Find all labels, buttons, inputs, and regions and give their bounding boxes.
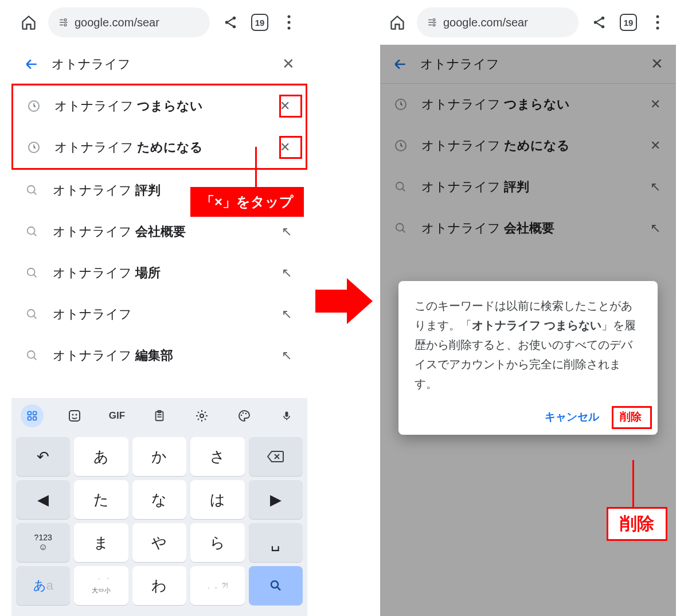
keyboard-gif-icon[interactable]: GIF xyxy=(105,404,128,427)
url-text: google.com/sear xyxy=(443,16,528,29)
suggestion-row[interactable]: オトナライフ 会社概要 ↖ xyxy=(11,211,307,252)
delete-confirm-dialog: このキーワードは以前に検索したことがあります。「オトナライフ つまらない」を履歴… xyxy=(398,281,658,435)
suggestion-text: オトナライフ 場所 xyxy=(53,264,266,282)
search-input[interactable] xyxy=(52,57,269,72)
x-highlight-2 xyxy=(279,136,302,159)
suggestion-row[interactable]: オトナライフ 編集部 ↖ xyxy=(11,335,307,376)
keyboard-mic-icon[interactable] xyxy=(275,404,298,427)
keyboard-clipboard-icon[interactable] xyxy=(148,404,171,427)
suggestion-list: オトナライフ つまらない ✕ オトナライフ ためになる ✕ オトナライフ 評判 … xyxy=(11,84,307,376)
key-symbols[interactable]: ?123☺ xyxy=(16,523,70,562)
key-ra[interactable]: ら xyxy=(190,523,244,562)
svg-point-17 xyxy=(28,351,35,358)
home-icon[interactable] xyxy=(388,13,406,32)
svg-point-23 xyxy=(72,414,74,416)
key-size[interactable]: ゛ ゜大⇔小 xyxy=(74,566,128,605)
url-bar[interactable]: google.com/sear xyxy=(48,7,210,37)
svg-rect-22 xyxy=(69,411,80,421)
key-backspace[interactable] xyxy=(249,437,303,476)
clear-search-icon[interactable]: ✕ xyxy=(282,55,295,73)
svg-rect-18 xyxy=(28,412,32,415)
svg-point-28 xyxy=(241,415,243,416)
annotation-tap-x: 「×」をタップ xyxy=(190,187,304,217)
svg-point-43 xyxy=(656,27,659,30)
suggestion-text: オトナライフ つまらない xyxy=(54,98,264,115)
right-phone-screen: google.com/sear 19 ✕ オトナライフ つまらない ✕ オトナラ… xyxy=(380,0,676,616)
svg-point-4 xyxy=(64,24,67,26)
key-punct[interactable]: 、。?! xyxy=(190,566,244,605)
insert-arrow-icon[interactable]: ↖ xyxy=(279,266,295,280)
suggestion-text: オトナライフ 編集部 xyxy=(53,347,266,364)
share-icon[interactable] xyxy=(220,15,241,30)
annotation-delete: 削除 xyxy=(607,507,667,541)
key-space[interactable]: ␣ xyxy=(249,523,303,562)
search-icon xyxy=(24,349,40,362)
transition-arrow-icon xyxy=(315,275,373,327)
menu-icon[interactable] xyxy=(647,15,668,30)
suggestion-text: オトナライフ xyxy=(53,306,266,323)
left-phone-screen: google.com/sear 19 ✕ オトナライフ つまらない ✕ オトナラ… xyxy=(11,0,307,616)
share-icon[interactable] xyxy=(589,15,609,30)
keyboard-palette-icon[interactable] xyxy=(233,404,256,427)
search-icon xyxy=(24,308,40,321)
search-icon xyxy=(24,267,40,279)
key-a[interactable]: あ xyxy=(74,437,128,476)
svg-point-8 xyxy=(288,15,291,18)
insert-arrow-icon[interactable]: ↖ xyxy=(279,224,295,239)
svg-point-42 xyxy=(656,21,659,24)
svg-point-41 xyxy=(656,15,659,18)
suggestion-row[interactable]: オトナライフ 場所 ↖ xyxy=(11,252,307,294)
search-icon xyxy=(24,225,40,238)
key-left[interactable]: ◀ xyxy=(16,480,70,519)
tab-count[interactable]: 19 xyxy=(251,14,268,31)
svg-rect-34 xyxy=(428,22,436,23)
search-bar: ✕ xyxy=(11,45,307,84)
home-icon[interactable] xyxy=(19,13,38,32)
site-settings-icon xyxy=(58,17,69,28)
x-highlight-1 xyxy=(279,95,302,118)
key-ta[interactable]: た xyxy=(74,480,128,519)
key-undo[interactable]: ↶ xyxy=(16,437,70,476)
menu-icon[interactable] xyxy=(279,15,299,30)
key-ya[interactable]: や xyxy=(132,523,186,562)
key-ka[interactable]: か xyxy=(132,437,186,476)
svg-rect-1 xyxy=(60,22,68,23)
svg-point-13 xyxy=(28,186,35,193)
history-highlight-box: オトナライフ つまらない ✕ オトナライフ ためになる ✕ xyxy=(11,84,307,170)
keyboard-settings-icon[interactable] xyxy=(190,404,213,427)
browser-toolbar: google.com/sear 19 xyxy=(11,0,307,45)
svg-rect-35 xyxy=(428,25,432,26)
svg-point-9 xyxy=(288,21,291,24)
svg-point-24 xyxy=(76,414,77,416)
delete-highlight xyxy=(612,406,652,429)
key-lang[interactable]: あa xyxy=(16,566,70,605)
insert-arrow-icon[interactable]: ↖ xyxy=(279,348,295,363)
suggestion-row-history[interactable]: オトナライフ つまらない ✕ xyxy=(13,85,306,127)
key-ha[interactable]: は xyxy=(190,480,244,519)
svg-point-36 xyxy=(433,19,435,21)
svg-rect-33 xyxy=(428,20,432,21)
url-bar[interactable]: google.com/sear xyxy=(417,7,578,37)
svg-rect-0 xyxy=(60,20,63,21)
keyboard-grid: ↶ あ か さ ◀ た な は ▶ ?123☺ ま や ら ␣ あa ゛ ゜大⇔… xyxy=(11,434,307,609)
svg-rect-20 xyxy=(28,417,32,420)
suggestion-row[interactable]: オトナライフ ↖ xyxy=(11,294,307,335)
tab-count[interactable]: 19 xyxy=(620,14,637,31)
key-right[interactable]: ▶ xyxy=(249,480,303,519)
insert-arrow-icon[interactable]: ↖ xyxy=(279,307,295,322)
key-wa[interactable]: わ xyxy=(132,566,186,605)
svg-point-29 xyxy=(243,412,244,414)
suggestion-text: オトナライフ 会社概要 xyxy=(53,223,266,240)
key-search[interactable] xyxy=(249,566,303,605)
key-sa[interactable]: さ xyxy=(190,437,244,476)
dialog-cancel-button[interactable]: キャンセル xyxy=(545,410,599,424)
keyboard-sticker-icon[interactable] xyxy=(63,404,86,427)
suggestion-row-history[interactable]: オトナライフ ためになる ✕ xyxy=(13,127,306,168)
back-arrow-icon[interactable] xyxy=(24,57,39,72)
keyboard-apps-icon[interactable] xyxy=(21,404,44,427)
key-na[interactable]: な xyxy=(132,480,186,519)
svg-point-3 xyxy=(64,19,67,21)
svg-rect-19 xyxy=(33,412,37,415)
key-ma[interactable]: ま xyxy=(74,523,128,562)
keyboard: GIF ↶ あ か さ ◀ た な は ▶ ?123☺ ま や ら ␣ あa ゛… xyxy=(11,398,307,616)
